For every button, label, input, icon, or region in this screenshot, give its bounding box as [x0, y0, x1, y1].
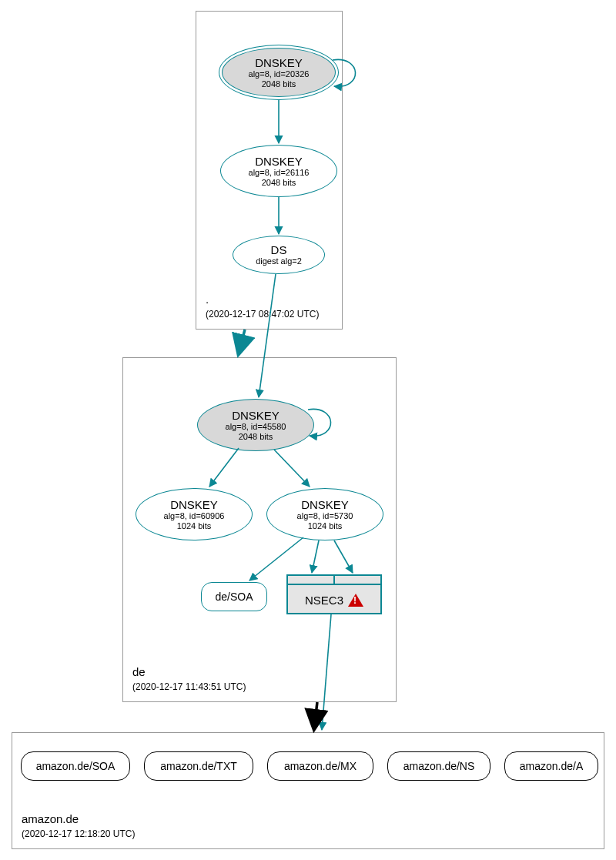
zone-de-name: de: [132, 665, 146, 678]
node-title: DNSKEY: [255, 56, 303, 69]
zone-amazon-timestamp: (2020-12-17 12:18:20 UTC): [22, 828, 135, 839]
zone-amazon: amazon.de (2020-12-17 12:18:20 UTC): [12, 732, 604, 849]
node-sub2: 2048 bits: [262, 79, 296, 89]
node-sub1: alg=8, id=45580: [226, 422, 286, 432]
de-zsk1-dnskey: DNSKEY alg=8, id=60906 1024 bits: [136, 488, 253, 540]
node-sub2: 1024 bits: [308, 521, 343, 531]
zone-root-name: .: [206, 293, 209, 306]
node-label: de/SOA: [215, 591, 253, 603]
root-ds: DS digest alg=2: [233, 236, 325, 274]
node-sub1: alg=8, id=26116: [249, 168, 310, 178]
node-title: DNSKEY: [301, 498, 349, 511]
node-sub1: digest alg=2: [256, 256, 302, 266]
zone-de-timestamp: (2020-12-17 11:43:51 UTC): [132, 681, 246, 692]
de-soa: de/SOA: [201, 582, 267, 611]
amazon-a: amazon.de/A: [504, 751, 598, 781]
node-label: amazon.de/SOA: [36, 760, 116, 772]
node-label: amazon.de/A: [520, 760, 584, 772]
node-sub1: alg=8, id=5730: [297, 511, 353, 521]
amazon-txt: amazon.de/TXT: [144, 751, 253, 781]
node-sub1: alg=8, id=20326: [249, 69, 310, 79]
node-title: DNSKEY: [255, 155, 303, 168]
node-title: DS: [271, 243, 287, 256]
de-zsk2-dnskey: DNSKEY alg=8, id=5730 1024 bits: [266, 488, 383, 540]
de-nsec3: NSEC3: [286, 574, 382, 614]
node-label: amazon.de/TXT: [160, 760, 237, 772]
amazon-soa: amazon.de/SOA: [21, 751, 130, 781]
amazon-ns: amazon.de/NS: [387, 751, 490, 781]
de-ksk-dnskey: DNSKEY alg=8, id=45580 2048 bits: [197, 399, 314, 451]
zone-root-timestamp: (2020-12-17 08:47:02 UTC): [206, 309, 319, 320]
zone-amazon-name: amazon.de: [22, 812, 79, 825]
root-ksk-dnskey: DNSKEY alg=8, id=20326 2048 bits: [219, 45, 339, 100]
root-zsk-dnskey: DNSKEY alg=8, id=26116 2048 bits: [220, 145, 337, 197]
node-label: amazon.de/MX: [284, 760, 357, 772]
node-title: DNSKEY: [170, 498, 218, 511]
node-sub2: 1024 bits: [177, 521, 212, 531]
node-label: amazon.de/NS: [403, 760, 475, 772]
nsec3-label-text: NSEC3: [305, 594, 343, 607]
node-title: DNSKEY: [232, 409, 280, 422]
node-sub1: alg=8, id=60906: [164, 511, 225, 521]
nsec3-top-cells: [288, 576, 380, 585]
amazon-mx: amazon.de/MX: [267, 751, 373, 781]
warning-icon: [348, 594, 363, 607]
node-sub2: 2048 bits: [239, 432, 273, 442]
node-sub2: 2048 bits: [262, 178, 296, 188]
